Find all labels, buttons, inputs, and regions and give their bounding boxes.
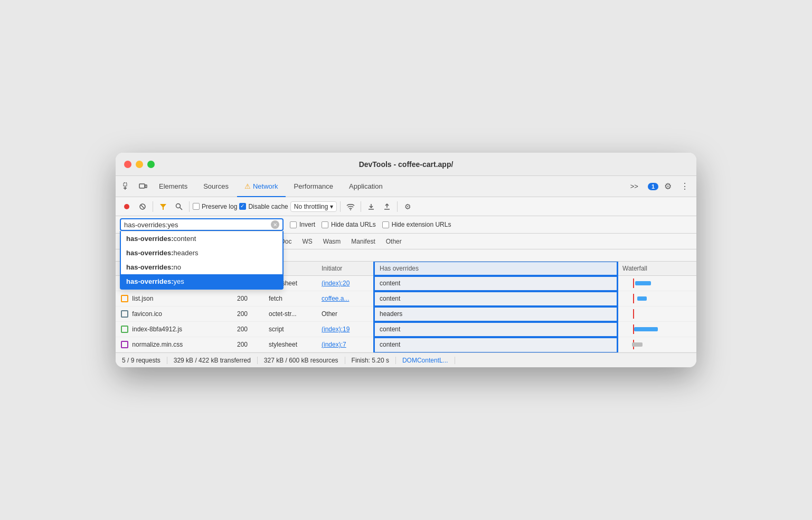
tab-network[interactable]: ⚠ Network [237,176,286,197]
more-options-icon[interactable]: ⋮ [677,179,692,194]
ico-file-icon [121,310,128,318]
device-toolbar-icon[interactable] [136,179,150,194]
svg-rect-0 [124,183,127,186]
svg-marker-8 [160,204,166,210]
cell-waterfall [617,307,696,322]
import-button[interactable] [364,200,378,213]
cell-status: 200 [232,337,263,352]
toolbar-divider-3 [340,201,341,212]
cell-waterfall [617,291,696,307]
disable-cache-checkbox[interactable] [239,203,246,210]
cell-overrides: content [374,276,617,291]
wifi-icon-button[interactable] [344,200,357,213]
status-resources: 327 kB / 600 kB resources [258,357,345,364]
titlebar: DevTools - coffee-cart.app/ [116,153,696,176]
wf-timing-bar [632,342,643,347]
svg-rect-4 [145,185,147,188]
invert-checkbox[interactable] [290,221,297,228]
table-row[interactable]: index-8bfa4912.js 200 script (index):19 … [116,322,696,337]
traffic-lights [124,161,155,168]
status-bar: 5 / 9 requests 329 kB / 422 kB transferr… [116,352,696,367]
hide-data-urls-option[interactable]: Hide data URLs [322,221,376,228]
throttling-select[interactable]: No throttling ▾ [290,201,337,212]
table-row[interactable]: normalize.min.css 200 stylesheet (index)… [116,337,696,352]
svg-rect-3 [139,184,145,188]
hide-extension-urls-checkbox[interactable] [382,221,389,228]
cell-overrides: content [374,291,617,307]
autocomplete-item-headers[interactable]: has-overrides:headers [121,246,282,260]
filter-bar: ✕ has-overrides:content has-overrides:he… [116,216,696,234]
close-button[interactable] [124,161,131,168]
cell-type: script [263,322,316,337]
filter-button[interactable] [156,200,170,213]
tab-performance[interactable]: Performance [287,176,341,197]
tab-elements[interactable]: Elements [152,176,195,197]
invert-option[interactable]: Invert [290,221,315,228]
disable-cache-option[interactable]: Disable cache [239,203,288,210]
hide-extension-urls-option[interactable]: Hide extension URLs [382,221,451,228]
type-filter-ws[interactable]: WS [297,234,317,249]
search-container: ✕ has-overrides:content has-overrides:he… [120,218,284,231]
col-header-waterfall[interactable]: Waterfall [617,262,696,276]
settings-icon[interactable]: ⚙ [660,179,675,194]
cell-type: octet-str... [263,307,316,322]
clear-button[interactable] [136,200,149,213]
status-dom-content-loaded[interactable]: DOMContentL... [396,357,455,364]
wf-timing-bar [634,327,658,331]
autocomplete-dropdown: has-overrides:content has-overrides:head… [120,231,284,290]
autocomplete-item-content[interactable]: has-overrides:content [121,231,282,246]
cell-name: list.json [116,291,232,307]
network-warning-icon: ⚠ [244,182,251,190]
cell-initiator: Other [316,307,374,322]
cell-overrides: content [374,322,617,337]
export-button[interactable] [380,200,394,213]
maximize-button[interactable] [147,161,155,168]
table-row[interactable]: favicon.ico 200 octet-str... Other heade… [116,307,696,322]
wf-red-line [633,278,634,288]
autocomplete-item-yes[interactable]: has-overrides:yes [121,274,282,289]
preserve-log-option[interactable]: Preserve log [193,203,237,210]
cell-initiator: (index):7 [316,337,374,352]
status-transferred: 329 kB / 422 kB transferred [167,357,258,364]
tab-application[interactable]: Application [342,176,390,197]
clear-search-button[interactable]: ✕ [271,220,279,229]
type-filter-other[interactable]: Other [381,234,407,249]
network-settings-button[interactable]: ⚙ [401,200,414,213]
cell-initiator: (index):19 [316,322,374,337]
autocomplete-item-no[interactable]: has-overrides:no [121,260,282,274]
cell-name: normalize.min.css [116,337,232,352]
search-button[interactable] [172,200,186,213]
type-filter-manifest[interactable]: Manifest [346,234,380,249]
svg-point-5 [124,204,129,209]
search-input-wrapper: ✕ [120,218,284,231]
cell-waterfall [617,337,696,352]
record-button[interactable] [120,200,134,213]
svg-point-9 [176,203,181,208]
col-header-overrides[interactable]: Has overrides [374,262,617,276]
hide-data-urls-checkbox[interactable] [322,221,328,228]
table-row[interactable]: list.json 200 fetch coffee.a... content [116,291,696,307]
chevron-down-icon: ▾ [330,203,333,210]
cell-overrides: headers [374,307,617,322]
svg-point-11 [350,209,351,210]
minimize-button[interactable] [136,161,143,168]
cell-status: 200 [232,322,263,337]
network-toolbar: Preserve log Disable cache No throttling… [116,197,696,216]
type-filter-wasm[interactable]: Wasm [318,234,346,249]
status-requests: 5 / 9 requests [122,357,167,364]
preserve-log-checkbox[interactable] [193,203,200,210]
col-header-initiator[interactable]: Initiator [316,262,374,276]
cell-overrides: content [374,337,617,352]
tab-sources[interactable]: Sources [196,176,236,197]
cell-initiator: (index):20 [316,276,374,291]
svg-line-10 [180,207,183,210]
issues-badge[interactable]: 1 [648,183,658,190]
tab-right-icons: >> 1 ⚙ ⋮ [623,176,692,197]
js-file-icon [121,326,128,333]
tab-more[interactable]: >> [623,176,646,197]
toolbar-divider-5 [397,201,398,212]
search-input[interactable] [124,221,271,229]
toolbar-divider-1 [153,201,153,212]
inspect-element-icon[interactable] [120,179,135,194]
svg-line-7 [141,205,144,208]
